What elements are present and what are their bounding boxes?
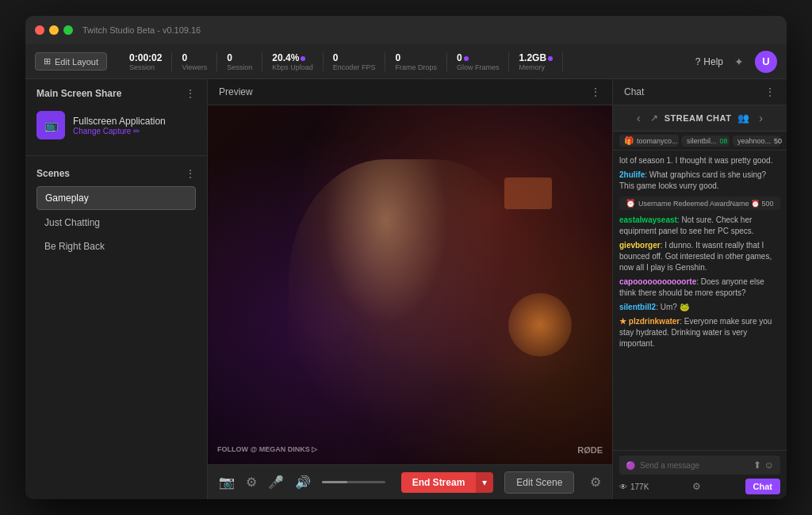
chat-next-button[interactable]: ›	[756, 110, 766, 126]
capture-section: Main Screen Share ⋮ 📺 Fullscreen Applica…	[25, 79, 207, 152]
chat-send-button[interactable]: Chat	[745, 479, 780, 494]
redeem-icon: ⏰	[626, 199, 635, 208]
chat-panel: Chat ⋮ ‹ ↗ STREAM CHAT 👥 › 🎁 toomanyco..…	[612, 79, 787, 499]
chat-title: Chat	[624, 86, 644, 97]
stream-controls: End Stream ▾	[401, 472, 494, 493]
minimize-button[interactable]	[49, 25, 59, 35]
scene-gameplay[interactable]: Gameplay	[36, 186, 196, 210]
capture-menu-button[interactable]: ⋮	[185, 87, 196, 100]
sidebar: Main Screen Share ⋮ 📺 Fullscreen Applica…	[25, 79, 208, 499]
glow-dot	[464, 56, 469, 61]
scene-be-right-back[interactable]: Be Right Back	[36, 235, 196, 258]
stat-frame-drops: 0 Frame Drops	[385, 52, 447, 71]
stats-right: ? Help ✦ U	[695, 51, 777, 73]
preview-video: FOLLOW @ MEGAN DINKS ▷ RØDE	[208, 105, 612, 464]
stat-session-time: 0:00:02 Session	[120, 52, 172, 71]
maximize-button[interactable]	[63, 25, 73, 35]
scenes-menu-button[interactable]: ⋮	[185, 167, 196, 180]
volume-icon[interactable]: 🔊	[295, 475, 311, 490]
stats-bar: ⊞ Edit Layout 0:00:02 Session 0 Viewers …	[25, 44, 787, 79]
scene-just-chatting[interactable]: Just Chatting	[36, 212, 196, 234]
window-title: Twitch Studio Beta - v0.109.16	[82, 25, 201, 35]
volume-slider[interactable]	[322, 481, 385, 483]
chat-input-row: 🟣 Send a message ⬆ ☺	[619, 456, 780, 475]
preview-header: Preview ⋮	[208, 79, 612, 105]
stat-kbps: 20.4% Kbps Upload	[262, 52, 324, 71]
bottom-bar: 📷 ⚙ 🎤 🔊 End Stream ▾ Edit Scene ⚙	[208, 464, 612, 499]
viewers-icon: 👁	[619, 483, 627, 491]
monitor-glow	[504, 177, 552, 209]
chat-bottom-row: 👁 177K ⚙ Chat	[619, 479, 780, 494]
stat-session: 0 Session	[217, 52, 262, 71]
settings-gear-icon[interactable]: ⚙	[590, 475, 601, 490]
main-content: Main Screen Share ⋮ 📺 Fullscreen Applica…	[25, 79, 787, 499]
capture-info: Fullscreen Application Change Capture ✏	[73, 116, 166, 135]
chat-input-placeholder: Send a message	[640, 461, 749, 470]
end-stream-button[interactable]: End Stream	[401, 472, 477, 493]
app-window: Twitch Studio Beta - v0.109.16 ⊞ Edit La…	[25, 16, 787, 499]
traffic-lights	[35, 25, 73, 35]
chat-settings-icon[interactable]: ⚙	[692, 481, 701, 492]
edit-layout-button[interactable]: ⊞ Edit Layout	[35, 52, 107, 71]
chat-message: capooooooooooorte: Does anyone else thin…	[619, 277, 780, 299]
end-stream-dropdown[interactable]: ▾	[476, 472, 493, 493]
question-icon: ?	[695, 56, 701, 67]
capture-item: 📺 Fullscreen Application Change Capture …	[36, 106, 196, 144]
twitch-icon: 🟣	[626, 461, 635, 470]
viewer-count: 👁 177K	[619, 483, 649, 491]
title-bar: Twitch Studio Beta - v0.109.16	[25, 16, 787, 44]
preview-area: Preview ⋮ FOLLOW @ MEGAN DINKS ▷ RØDE 📷 …	[208, 79, 612, 499]
chat-header: Chat ⋮	[613, 79, 787, 105]
camera-icon[interactable]: 📷	[219, 475, 235, 490]
preview-menu-button[interactable]: ⋮	[590, 86, 601, 98]
close-button[interactable]	[35, 25, 44, 35]
star-icon[interactable]: ✦	[734, 55, 744, 68]
capture-header: Main Screen Share ⋮	[36, 87, 196, 100]
upload-icon[interactable]: ⬆	[753, 460, 761, 471]
preview-title: Preview	[219, 86, 253, 97]
viewers-row: 🎁 toomanyco... 🎁 100 silentbil... 08 yea…	[613, 132, 787, 151]
stat-encoder-fps: 0 Encoder FPS	[324, 52, 386, 71]
stream-chat-bar: ‹ ↗ STREAM CHAT 👥 ›	[613, 105, 787, 132]
stat-memory: 1.2GB Memory	[509, 52, 563, 71]
chat-input-area: 🟣 Send a message ⬆ ☺ 👁 177K ⚙ Chat	[613, 450, 787, 499]
help-button[interactable]: ? Help	[695, 56, 723, 67]
chat-messages: lot of season 1. I thought it was pretty…	[613, 151, 787, 450]
chat-menu-button[interactable]: ⋮	[764, 86, 776, 98]
watermark-right: RØDE	[577, 445, 603, 455]
settings-icon[interactable]: ⚙	[246, 475, 257, 490]
video-frame: FOLLOW @ MEGAN DINKS ▷ RØDE	[208, 105, 612, 464]
divider	[25, 155, 207, 156]
watermark-left: FOLLOW @ MEGAN DINKS ▷	[217, 445, 317, 455]
chat-input-buttons: ⬆ ☺	[753, 460, 774, 471]
scenes-section: Scenes ⋮ Gameplay Just Chatting Be Right…	[25, 159, 207, 499]
chat-message: gievborger: I dunno. It wasnt really tha…	[619, 240, 780, 273]
stream-chat-label: STREAM CHAT	[665, 113, 732, 123]
stat-viewers: 0 Viewers	[172, 52, 217, 71]
stat-glow-frames: 0 Glow Frames	[447, 52, 510, 71]
chat-icon: ↗	[650, 113, 658, 124]
memory-dot	[548, 56, 553, 61]
chat-message: 2hulife: What graphics card is she using…	[619, 170, 780, 192]
emoji-icon[interactable]: ☺	[764, 460, 774, 471]
chat-message: ★ plzdrinkwater: Everyone make sure you …	[619, 316, 780, 349]
user-avatar[interactable]: U	[755, 51, 777, 73]
edit-scene-button[interactable]: Edit Scene	[504, 471, 574, 494]
viewer-badge-1: 🎁 toomanyco... 🎁 100	[619, 135, 679, 147]
volume-fill	[322, 481, 347, 483]
people-icon: 👥	[737, 113, 749, 124]
gift-icon: 🎁	[624, 136, 634, 145]
viewer-badge-3: yeahnoo... 50	[733, 135, 780, 147]
scenes-header: Scenes ⋮	[36, 167, 196, 180]
room-light	[508, 293, 572, 357]
streamer-figure	[289, 159, 531, 464]
mic-icon[interactable]: 🎤	[268, 475, 284, 490]
redeem-notification: ⏰ Username Redeemed AwardName ⏰ 500	[619, 196, 780, 210]
kbps-dot	[301, 56, 305, 61]
chat-message: lot of season 1. I thought it was pretty…	[619, 155, 780, 166]
viewer-badge-2: silentbil... 08	[682, 135, 730, 147]
chat-prev-button[interactable]: ‹	[634, 110, 644, 126]
layout-icon: ⊞	[44, 56, 51, 67]
capture-app-icon: 📺	[36, 111, 65, 139]
change-capture-link[interactable]: Change Capture ✏	[73, 127, 166, 135]
